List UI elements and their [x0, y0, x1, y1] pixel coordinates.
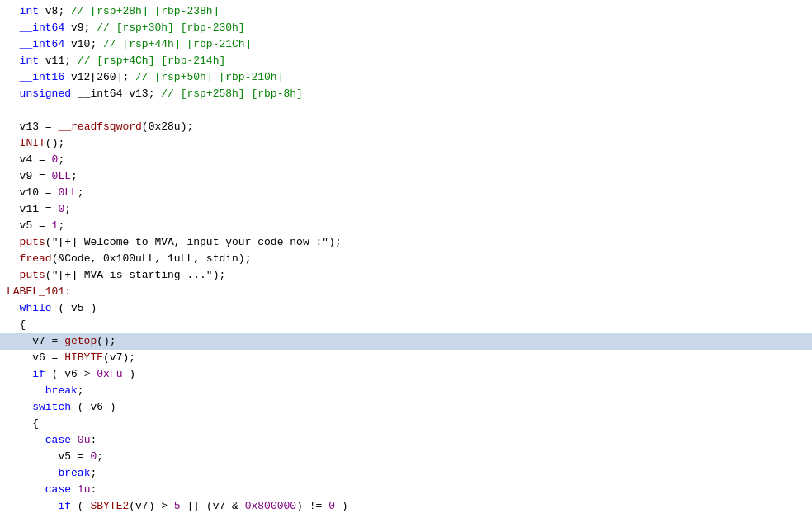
code-line: break;: [0, 465, 812, 482]
code-token: ();: [45, 135, 64, 152]
code-token: // [rsp+28h] [rbp-238h]: [71, 3, 219, 20]
code-token: ("[+] MVA is starting ...");: [45, 267, 225, 284]
code-line: case 1u:: [0, 482, 812, 498]
code-token: // [rsp+30h] [rbp-230h]: [97, 20, 244, 36]
code-token: // [rsp+4Ch] [rbp-214h]: [78, 53, 225, 69]
code-token: [7, 251, 20, 267]
code-token: if: [58, 498, 71, 515]
code-token: v4 =: [7, 152, 52, 168]
code-token: ;: [78, 383, 84, 399]
code-token: ("[+] Welcome to MVA, input your code no…: [45, 234, 342, 251]
code-token: [7, 465, 58, 482]
code-token: [7, 366, 32, 383]
code-token: 0xFu: [97, 366, 122, 383]
code-token: [7, 383, 45, 399]
code-token: (&Code, 0x100uLL, 1uLL, stdin);: [52, 251, 252, 267]
code-token: HIBYTE: [64, 350, 103, 366]
code-token: 5: [174, 498, 181, 515]
code-token: v8;: [39, 3, 71, 20]
code-token: v5 =: [7, 218, 52, 234]
code-line: switch ( v6 ): [0, 399, 812, 416]
code-token: 0LL: [58, 185, 77, 201]
code-line: puts("[+] MVA is starting ...");: [0, 267, 812, 284]
code-token: v11;: [39, 53, 78, 69]
code-token: __readfsqword: [58, 119, 141, 135]
code-token: if: [32, 366, 45, 383]
code-token: ( v6 >: [45, 366, 97, 383]
code-token: ): [122, 366, 135, 383]
code-token: v10;: [64, 36, 103, 53]
code-token: getop: [64, 333, 97, 350]
code-token: v13 =: [7, 119, 58, 135]
code-line: LABEL_101:: [0, 284, 812, 300]
code-token: 1u: [78, 482, 91, 498]
code-token: ;: [78, 185, 84, 201]
code-token: 0x800000: [245, 498, 296, 515]
code-token: fread: [20, 251, 52, 267]
code-token: (0x28u);: [142, 119, 193, 135]
code-token: [7, 482, 45, 498]
code-token: (v7) >: [129, 498, 174, 515]
code-line: v4 = 0;: [0, 152, 812, 168]
code-token: :: [90, 432, 97, 449]
code-line: {: [0, 416, 812, 432]
code-line: v5 = 1;: [0, 218, 812, 234]
code-editor: int v8; // [rsp+28h] [rbp-238h] __int64 …: [0, 0, 812, 518]
code-token: v10 =: [7, 185, 58, 201]
code-token: {: [7, 317, 26, 333]
code-line: int v8; // [rsp+28h] [rbp-238h]: [0, 3, 812, 20]
code-token: // [rsp+44h] [rbp-21Ch]: [103, 36, 251, 53]
code-token: 0u: [78, 432, 91, 449]
code-token: :: [90, 482, 97, 498]
code-line: v10 = 0LL;: [0, 185, 812, 201]
code-line: INIT();: [0, 135, 812, 152]
code-token: [7, 300, 20, 317]
code-line: v9 = 0LL;: [0, 168, 812, 185]
code-token: __int64: [7, 20, 64, 36]
code-token: ;: [71, 168, 78, 185]
code-token: __int64: [7, 36, 64, 53]
code-line: puts("[+] Welcome to MVA, input your cod…: [0, 234, 812, 251]
code-token: 0: [58, 201, 64, 218]
code-line: [0, 102, 812, 119]
code-token: 1: [52, 218, 59, 234]
code-token: 0LL: [52, 168, 71, 185]
code-token: ;: [90, 465, 97, 482]
code-token: 0: [52, 152, 59, 168]
code-line: break;: [0, 383, 812, 399]
code-line: v13 = __readfsqword(0x28u);: [0, 119, 812, 135]
code-line: while ( v5 ): [0, 300, 812, 317]
code-token: ( v5 ): [52, 300, 97, 317]
code-token: [7, 3, 20, 20]
code-token: __int16: [7, 69, 64, 86]
code-line: v7 = getop();: [0, 333, 812, 350]
code-token: ) !=: [296, 498, 328, 515]
code-token: ;: [97, 449, 103, 465]
code-token: [7, 234, 20, 251]
code-token: unsigned: [20, 86, 71, 102]
code-token: __int64 v13;: [71, 86, 161, 102]
code-line: __int64 v9; // [rsp+30h] [rbp-230h]: [0, 20, 812, 36]
code-token: ;: [64, 201, 71, 218]
code-token: case: [45, 482, 71, 498]
code-token: || (v7 &: [181, 498, 245, 515]
code-token: [7, 135, 20, 152]
code-token: // [rsp+258h] [rbp-8h]: [161, 86, 303, 102]
code-token: // [rsp+50h] [rbp-210h]: [135, 69, 283, 86]
code-token: break: [58, 465, 90, 482]
code-line: unsigned __int64 v13; // [rsp+258h] [rbp…: [0, 86, 812, 102]
code-line: if ( v6 > 0xFu ): [0, 366, 812, 383]
code-token: v11 =: [7, 201, 58, 218]
code-token: ;: [58, 218, 64, 234]
code-line: v6 = HIBYTE(v7);: [0, 350, 812, 366]
code-token: case: [45, 432, 71, 449]
code-line: fread(&Code, 0x100uLL, 1uLL, stdin);: [0, 251, 812, 267]
code-token: INIT: [20, 135, 45, 152]
code-token: [7, 267, 20, 284]
code-token: v7 =: [7, 333, 64, 350]
code-token: (v7);: [103, 350, 135, 366]
code-token: ;: [58, 152, 64, 168]
code-token: int: [20, 53, 39, 69]
code-line: __int16 v12[260]; // [rsp+50h] [rbp-210h…: [0, 69, 812, 86]
code-token: [7, 432, 45, 449]
